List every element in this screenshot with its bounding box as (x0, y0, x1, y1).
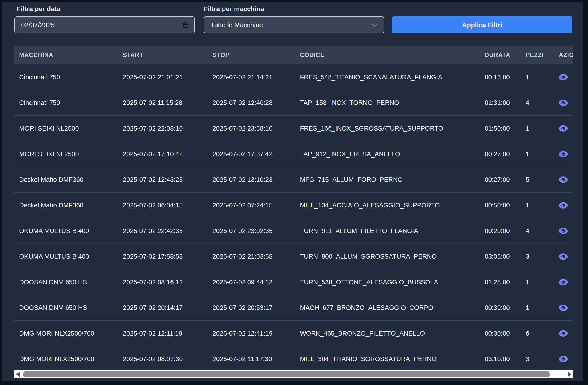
view-details-button[interactable] (558, 253, 568, 260)
table-row: DOOSAN DNM 650 HS 2025-07-02 08:16:12 20… (15, 269, 573, 295)
cell-start: 2025-07-02 08:16:12 (118, 278, 208, 286)
cell-durata: 01:28:00 (480, 278, 521, 286)
date-filter-input[interactable]: 02/07/2025 (15, 17, 195, 33)
table-header-row: MACCHINA START STOP CODICE DURATA PEZZI … (15, 46, 573, 64)
cell-azioni (554, 125, 573, 132)
cell-codice: TAP_158_INOX_TORNO_PERNO (295, 99, 480, 107)
cell-codice: TURN_538_OTTONE_ALESAGGIO_BUSSOLA (295, 278, 480, 286)
machine-filter-value: Tutte le Macchine (210, 21, 263, 29)
cell-codice: MFG_715_ALLUM_FORO_PERNO (295, 176, 480, 183)
cell-azioni (554, 150, 573, 158)
view-details-button[interactable] (558, 227, 568, 235)
cell-azioni (554, 176, 573, 183)
cell-start: 2025-07-02 12:11:19 (118, 330, 208, 337)
cell-start: 2025-07-02 06:34:15 (118, 202, 208, 209)
cell-macchina: DOOSAN DNM 650 HS (15, 278, 118, 286)
apply-filters-button[interactable]: Applica Filtri (392, 17, 572, 33)
cell-start: 2025-07-02 17:10:42 (118, 150, 208, 158)
view-details-button[interactable] (558, 150, 568, 158)
view-details-button[interactable] (558, 73, 568, 81)
table-row: OKUMA MULTUS B 400 2025-07-02 17:58:58 2… (15, 244, 573, 269)
date-filter-label: Filtra per data (17, 5, 60, 13)
table-row: MORI SEIKI NL2500 2025-07-02 22:08:10 20… (15, 116, 573, 141)
cell-start: 2025-07-02 12:43:23 (118, 176, 208, 183)
cell-codice: FRES_166_INOX_SGROSSATURA_SUPPORTO (295, 125, 480, 132)
column-header-azioni: AZIONI (554, 52, 573, 59)
machine-filter-select[interactable]: Tutte le Macchine (204, 17, 384, 33)
eye-icon (558, 176, 568, 183)
column-header-macchina: MACCHINA (15, 52, 118, 59)
cell-stop: 2025-07-02 20:53:17 (208, 304, 295, 311)
cell-macchina: DOOSAN DNM 650 HS (15, 304, 118, 311)
cell-durata: 01:31:00 (480, 99, 521, 107)
cell-pezzi: 3 (521, 253, 554, 260)
scroll-left-arrow[interactable] (15, 370, 22, 378)
table-row: DMG MORI NLX2500/700 2025-07-02 08:07:30… (15, 346, 573, 370)
view-details-button[interactable] (558, 201, 568, 209)
cell-macchina: Deckel Maho DMF360 (15, 176, 118, 183)
scrollbar-thumb[interactable] (23, 371, 550, 377)
cell-macchina: Deckel Maho DMF360 (15, 202, 118, 209)
eye-icon (558, 253, 568, 260)
frame-right (583, 0, 588, 385)
cell-codice: TURN_911_ALLUM_FILETTO_FLANGIA (295, 227, 480, 235)
column-header-start: START (118, 52, 208, 59)
table-row: DOOSAN DNM 650 HS 2025-07-02 20:14:17 20… (15, 295, 573, 321)
cell-stop: 2025-07-02 07:24:15 (208, 202, 295, 209)
cell-codice: FRES_548_TITANIO_SCANALATURA_FLANGIA (295, 74, 480, 81)
cell-stop: 2025-07-02 13:10:23 (208, 176, 295, 183)
cell-macchina: Cincinnati 750 (15, 74, 118, 81)
cell-codice: TURN_800_ALLUM_SGROSSATURA_PERNO (295, 253, 480, 260)
cell-macchina: DMG MORI NLX2500/700 (15, 330, 118, 337)
cell-codice: MILL_364_TITANIO_SGROSSATURA_PERNO (295, 355, 480, 363)
cell-stop: 2025-07-02 09:44:12 (208, 278, 295, 286)
view-details-button[interactable] (558, 278, 568, 286)
cell-durata: 00:30:00 (480, 330, 521, 337)
view-details-button[interactable] (558, 329, 568, 337)
view-details-button[interactable] (558, 304, 568, 311)
column-header-pezzi: PEZZI (521, 52, 554, 59)
cell-stop: 2025-07-02 23:02:35 (208, 227, 295, 235)
view-details-button[interactable] (558, 99, 568, 107)
cell-durata: 00:20:00 (480, 227, 521, 235)
frame-left (0, 0, 2, 385)
horizontal-scrollbar[interactable] (15, 370, 573, 378)
column-header-codice: CODICE (295, 52, 480, 59)
cell-pezzi: 3 (521, 355, 554, 363)
right-triangle-icon (568, 372, 571, 377)
left-triangle-icon (16, 372, 20, 377)
frame-top (0, 0, 588, 2)
cell-azioni (554, 73, 573, 81)
cell-macchina: OKUMA MULTUS B 400 (15, 253, 118, 260)
cell-stop: 2025-07-02 12:41:19 (208, 330, 295, 337)
cell-durata: 00:13:00 (480, 74, 521, 81)
cell-stop: 2025-07-02 17:37:42 (208, 150, 295, 158)
eye-icon (558, 228, 568, 235)
cell-start: 2025-07-02 08:07:30 (118, 355, 208, 363)
cell-codice: MILL_134_ACCIAIO_ALESAGGIO_SUPPORTO (295, 202, 480, 209)
cell-start: 2025-07-02 11:15:28 (118, 99, 208, 107)
view-details-button[interactable] (558, 176, 568, 183)
cell-codice: TAP_912_INOX_FRESA_ANELLO (295, 150, 480, 158)
cell-macchina: MORI SEIKI NL2500 (15, 150, 118, 158)
view-details-button[interactable] (558, 355, 568, 363)
cell-durata: 03:05:00 (480, 253, 521, 260)
calendar-icon[interactable] (182, 21, 189, 28)
cell-azioni (554, 278, 573, 286)
cell-macchina: Cincinnati 750 (15, 99, 118, 107)
eye-icon (558, 356, 568, 363)
cell-stop: 2025-07-02 23:58:10 (208, 125, 295, 132)
chevron-down-icon (370, 21, 378, 29)
eye-icon (558, 99, 568, 106)
view-details-button[interactable] (558, 125, 568, 132)
cell-pezzi: 1 (521, 304, 554, 311)
cell-start: 2025-07-02 22:08:10 (118, 125, 208, 132)
table-row: MORI SEIKI NL2500 2025-07-02 17:10:42 20… (15, 141, 573, 167)
table-row: Deckel Maho DMF360 2025-07-02 06:34:15 2… (15, 192, 573, 218)
cell-azioni (554, 329, 573, 337)
scroll-right-arrow[interactable] (565, 370, 573, 378)
cell-pezzi: 4 (521, 99, 554, 107)
cell-start: 2025-07-02 20:14:17 (118, 304, 208, 311)
cell-azioni (554, 99, 573, 107)
eye-icon (558, 202, 568, 209)
